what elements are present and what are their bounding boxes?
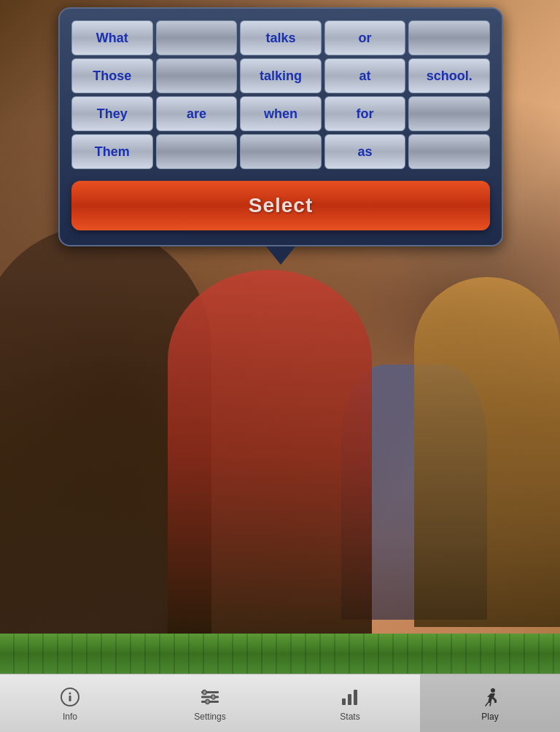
svg-point-1 (69, 692, 71, 694)
popup-box: What talks or Those talking at school. (58, 7, 503, 246)
word-cell-empty-r3c5[interactable] (408, 96, 490, 131)
word-cell-empty-r1c2[interactable] (156, 20, 238, 55)
word-cell-they[interactable]: They (71, 96, 153, 131)
word-cell-empty-r4c3[interactable] (240, 134, 322, 169)
svg-rect-7 (211, 695, 215, 699)
svg-rect-4 (201, 696, 219, 698)
popup-arrow (266, 246, 295, 265)
svg-rect-9 (342, 698, 346, 705)
svg-rect-6 (203, 690, 206, 694)
word-cell-as[interactable]: as (324, 134, 406, 169)
word-cell-or[interactable]: or (324, 20, 406, 55)
word-cell-what[interactable]: What (71, 20, 153, 55)
tab-play[interactable]: Play (420, 674, 560, 732)
tab-info[interactable]: Info (0, 674, 140, 732)
word-cell-them[interactable]: Them (71, 134, 153, 169)
word-cell-talking[interactable]: talking (240, 58, 322, 93)
svg-rect-2 (69, 696, 71, 701)
tab-info-label: Info (63, 712, 77, 722)
tab-stats-label: Stats (340, 712, 359, 722)
word-cell-when[interactable]: when (240, 96, 322, 131)
info-icon (58, 685, 82, 709)
word-cell-empty-r1c5[interactable] (408, 20, 490, 55)
word-cell-school[interactable]: school. (408, 58, 490, 93)
svg-rect-11 (354, 690, 357, 705)
tab-play-label: Play (481, 712, 498, 722)
svg-point-12 (491, 688, 495, 693)
settings-icon (198, 685, 222, 709)
stats-icon (338, 685, 362, 709)
svg-rect-8 (206, 699, 209, 704)
word-cell-at-r2[interactable]: at (324, 58, 406, 93)
tab-bar: Info Settings Stats (0, 674, 560, 732)
tab-settings[interactable]: Settings (140, 674, 280, 732)
word-cell-talks[interactable]: talks (240, 20, 322, 55)
word-grid: What talks or Those talking at school. (71, 20, 490, 169)
play-icon (478, 685, 502, 709)
svg-rect-10 (348, 694, 351, 705)
word-cell-empty-r4c5[interactable] (408, 134, 490, 169)
green-bar (0, 634, 560, 674)
word-cell-are[interactable]: are (156, 96, 238, 131)
tab-settings-label: Settings (194, 712, 225, 722)
word-cell-empty-r4c2[interactable] (156, 134, 238, 169)
word-cell-for[interactable]: for (324, 96, 406, 131)
select-button[interactable]: Select (71, 181, 490, 230)
tab-stats[interactable]: Stats (280, 674, 420, 732)
svg-rect-5 (201, 701, 219, 703)
word-cell-those[interactable]: Those (71, 58, 153, 93)
word-selection-popup: What talks or Those talking at school. (58, 7, 503, 265)
word-cell-empty-r2c2[interactable] (156, 58, 238, 93)
